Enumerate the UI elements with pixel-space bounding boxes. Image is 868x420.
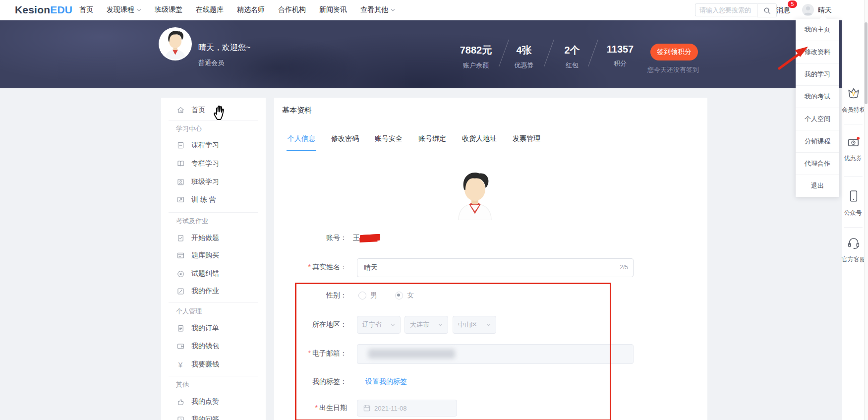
realname-label: *真实姓名： (278, 263, 347, 272)
sidebar-item-earn-money[interactable]: ¥ 我要赚钱 (176, 360, 219, 369)
nav-partners[interactable]: 合作机构 (278, 5, 306, 14)
tab-shipping-address[interactable]: 收货人地址 (461, 131, 498, 151)
required-star: * (315, 404, 318, 412)
signin-points-button[interactable]: 签到领积分 (650, 44, 698, 60)
toolbar-coupons[interactable]: 优惠券 (842, 134, 865, 163)
chevron-down-icon (486, 323, 491, 326)
sidebar-item-class-study[interactable]: 班级学习 (176, 177, 219, 187)
nav-home[interactable]: 首页 (79, 5, 93, 14)
search-icon (763, 7, 771, 14)
toolbar-customer-service[interactable]: 官方客服 (842, 236, 865, 264)
menu-personal-space[interactable]: 个人空间 (796, 108, 839, 130)
toolbar-official-account[interactable]: 公众号 (842, 189, 865, 217)
phone-icon (846, 189, 861, 204)
sidebar-item-my-likes[interactable]: 我的点赞 (176, 397, 219, 407)
district-select[interactable]: 中山区 (453, 316, 496, 334)
nav-class-room[interactable]: 班级课堂 (155, 5, 182, 14)
nav-question-bank[interactable]: 在线题库 (196, 5, 224, 14)
sidebar-item-home[interactable]: 首页 (176, 105, 205, 115)
city-select[interactable]: 大连市 (405, 316, 448, 334)
tab-change-password[interactable]: 修改密码 (330, 131, 360, 151)
user-avatar-small[interactable] (802, 4, 814, 16)
search-input[interactable] (695, 3, 757, 16)
nav-news[interactable]: 新闻资讯 (319, 5, 347, 14)
scrollbar-thumb[interactable] (865, 22, 868, 104)
yen-icon: ¥ (176, 360, 185, 369)
main-panel: 基本资料 个人信息 修改密码 账号安全 账号绑定 收货人地址 发票管理 账号： … (274, 98, 707, 420)
calendar-icon (363, 405, 370, 412)
divider (844, 227, 863, 228)
username-label[interactable]: 晴天 (818, 6, 832, 15)
course-icon (176, 141, 185, 150)
divider (169, 302, 258, 303)
user-banner: 晴天，欢迎您~ 普通会员 7882元 账户余额 4张 优惠券 2个 红包 113… (0, 20, 842, 88)
menu-my-exams[interactable]: 我的考试 (796, 85, 839, 108)
tab-account-binding[interactable]: 账号绑定 (417, 131, 447, 151)
char-counter: 2/5 (620, 264, 628, 271)
sidebar-item-my-homework[interactable]: 我的作业 (176, 286, 219, 296)
gender-female-option[interactable]: 女 (395, 291, 414, 300)
nav-discover-courses[interactable]: 发现课程 (107, 5, 141, 14)
home-icon (176, 106, 185, 115)
cartoon-avatar (160, 28, 191, 60)
person-silhouette-icon (802, 4, 814, 16)
sidebar-item-error-correction[interactable]: 试题纠错 (176, 269, 219, 279)
email-input[interactable] (357, 344, 634, 364)
search-group (695, 3, 777, 17)
order-list-icon (176, 324, 185, 333)
member-level: 普通会员 (198, 59, 224, 67)
menu-logout[interactable]: 退出 (796, 175, 839, 197)
menu-edit-profile[interactable]: 修改资料 (796, 41, 839, 63)
logo-kesion: Kesion (15, 4, 50, 15)
cartoon-avatar (450, 170, 500, 220)
menu-my-homepage[interactable]: 我的主页 (796, 19, 839, 41)
sidebar-item-my-orders[interactable]: 我的订单 (176, 323, 219, 333)
menu-distribution-courses[interactable]: 分销课程 (796, 130, 839, 152)
user-dropdown-menu: 我的主页 修改资料 我的学习 我的考试 个人空间 分销课程 代理合作 退出 (796, 19, 839, 197)
sidebar-item-training-camp[interactable]: 训 练 营 (176, 195, 216, 205)
menu-agent-cooperation[interactable]: 代理合作 (796, 152, 839, 175)
chevron-down-icon (391, 323, 395, 326)
required-star: * (308, 349, 311, 357)
gender-male-option[interactable]: 男 (358, 291, 377, 300)
sidebar-item-bank-purchase[interactable]: 题库购买 (176, 250, 219, 260)
profile-avatar[interactable] (450, 170, 500, 222)
open-book-icon (176, 159, 185, 168)
banner-background (0, 20, 842, 88)
blurred-email-value (368, 349, 455, 359)
sidebar-item-start-quiz[interactable]: 开始做题 (176, 233, 219, 243)
wallet-icon (176, 342, 185, 351)
tab-personal-info[interactable]: 个人信息 (287, 131, 316, 151)
set-tags-link[interactable]: 设置我的标签 (365, 377, 407, 386)
sidebar-item-my-qa[interactable]: ? 我的问答 (176, 415, 219, 420)
radio-male[interactable] (358, 292, 366, 300)
birthdate-input[interactable]: 2021-11-08 (357, 400, 457, 417)
tab-account-security[interactable]: 账号安全 (374, 131, 404, 151)
search-button[interactable] (757, 3, 777, 17)
messages-link[interactable]: 消息 (776, 6, 790, 15)
toolbar-vip[interactable]: V 会员特权 (842, 86, 865, 114)
sidebar-section-study-center: 学习中心 (176, 124, 202, 132)
logo[interactable]: KesionEDU (15, 4, 72, 16)
sidebar-item-column-study[interactable]: 专栏学习 (176, 159, 219, 169)
nav-featured-teachers[interactable]: 精选名师 (237, 5, 265, 14)
sidebar-section-other: 其他 (176, 380, 189, 388)
redaction-scribble (360, 234, 380, 241)
stat-points[interactable]: 11357 积分 (590, 44, 650, 68)
radio-female-selected[interactable] (395, 292, 403, 300)
province-select[interactable]: 辽宁省 (357, 316, 401, 334)
region-label: 所在地区： (278, 320, 347, 329)
menu-my-study[interactable]: 我的学习 (796, 63, 839, 85)
card-grid-icon (176, 251, 185, 260)
headset-icon (846, 236, 861, 250)
logo-edu: EDU (50, 4, 72, 15)
nav-view-more[interactable]: 查看其他 (360, 5, 395, 14)
chevron-down-icon (438, 323, 443, 326)
email-label: *电子邮箱： (278, 349, 347, 358)
realname-input[interactable]: 晴天 2/5 (357, 258, 634, 277)
tab-invoice-management[interactable]: 发票管理 (512, 131, 541, 151)
user-avatar-large[interactable] (160, 28, 191, 60)
sidebar-section-exams: 考试及作业 (176, 217, 208, 225)
sidebar-item-my-wallet[interactable]: 我的钱包 (176, 341, 219, 351)
sidebar-item-course-study[interactable]: 课程学习 (176, 140, 219, 150)
